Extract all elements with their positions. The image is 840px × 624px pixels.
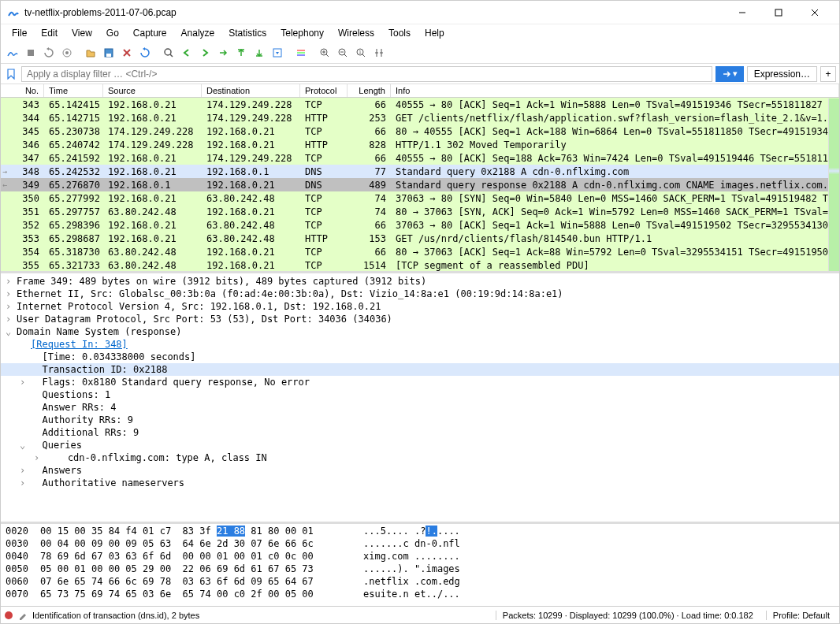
packet-bytes-pane[interactable]: 002000 15 00 35 84 f4 01 c7 83 3f 21 88 …: [1, 524, 839, 606]
packet-row[interactable]: 34565.230738174.129.249.228192.168.0.21T…: [1, 124, 839, 138]
detail-line[interactable]: › Flags: 0x8180 Standard query response,…: [1, 376, 839, 388]
resize-columns-button[interactable]: [370, 44, 388, 61]
detail-line[interactable]: Answer RRs: 4: [1, 401, 839, 414]
svg-text:1: 1: [359, 50, 362, 54]
go-forward-button[interactable]: [196, 44, 214, 61]
reload-button[interactable]: [136, 44, 154, 61]
zoom-in-button[interactable]: [316, 44, 333, 61]
svg-line-22: [326, 54, 329, 57]
open-file-button[interactable]: [82, 44, 99, 61]
menu-analyze[interactable]: Analyze: [175, 26, 221, 40]
detail-line[interactable]: ›Ethernet II, Src: Globalsc_00:3b:0a (f0…: [1, 288, 839, 300]
packet-row[interactable]: 35565.32173363.80.242.48192.168.0.21TCP1…: [1, 258, 839, 272]
menu-telephony[interactable]: Telephony: [274, 26, 330, 40]
packet-list-header[interactable]: No. Time Source Destination Protocol Len…: [1, 84, 839, 98]
colorize-button[interactable]: [292, 44, 310, 61]
hex-line[interactable]: 003000 04 00 09 00 09 05 63 64 6e 2d 30 …: [6, 538, 834, 551]
column-time[interactable]: Time: [44, 84, 103, 97]
packet-list-pane[interactable]: No. Time Source Destination Protocol Len…: [1, 84, 839, 273]
menu-file[interactable]: File: [6, 26, 33, 40]
svg-rect-17: [297, 52, 305, 54]
stop-capture-button[interactable]: [22, 44, 39, 61]
detail-line[interactable]: ›Internet Protocol Version 4, Src: 192.1…: [1, 300, 839, 313]
packet-row[interactable]: ←34965.276870192.168.0.1192.168.0.21DNS4…: [1, 178, 839, 191]
menu-wireless[interactable]: Wireless: [332, 26, 381, 40]
column-source[interactable]: Source: [103, 84, 202, 97]
packet-row[interactable]: 34765.241592192.168.0.21174.129.249.228T…: [1, 151, 839, 165]
svg-point-31: [5, 611, 13, 619]
edit-capture-icon[interactable]: [18, 611, 28, 620]
detail-line[interactable]: Additional RRs: 9: [1, 426, 839, 439]
hex-line[interactable]: 004078 69 6d 67 03 63 6f 6d 00 00 01 00 …: [6, 551, 834, 563]
expert-info-icon[interactable]: [4, 611, 13, 620]
detail-line[interactable]: Transaction ID: 0x2188: [1, 363, 839, 376]
minimize-button[interactable]: [724, 1, 760, 24]
packet-row[interactable]: 34465.142715192.168.0.21174.129.249.228H…: [1, 111, 839, 124]
go-to-packet-button[interactable]: [214, 44, 232, 61]
menu-go[interactable]: Go: [100, 26, 125, 40]
packet-row[interactable]: 35065.277992192.168.0.2163.80.242.48TCP7…: [1, 191, 839, 205]
hex-line[interactable]: 002000 15 00 35 84 f4 01 c7 83 3f 21 88 …: [6, 526, 834, 538]
status-profile-text[interactable]: Profile: Default: [766, 611, 836, 620]
close-file-button[interactable]: [118, 44, 136, 61]
menu-statistics[interactable]: Statistics: [222, 26, 273, 40]
detail-line[interactable]: ⌄ Queries: [1, 439, 839, 451]
auto-scroll-button[interactable]: [269, 44, 286, 61]
display-filter-input[interactable]: [21, 66, 712, 82]
packet-row[interactable]: →34865.242532192.168.0.21192.168.0.1DNS7…: [1, 165, 839, 178]
packet-row[interactable]: 35265.298396192.168.0.2163.80.242.48TCP6…: [1, 218, 839, 232]
find-packet-button[interactable]: [160, 44, 177, 61]
menu-tools[interactable]: Tools: [382, 26, 417, 40]
column-info[interactable]: Info: [391, 84, 839, 97]
detail-line[interactable]: ⌄Domain Name System (response): [1, 325, 839, 338]
zoom-out-button[interactable]: [334, 44, 351, 61]
zoom-reset-button[interactable]: 1: [352, 44, 370, 61]
column-protocol[interactable]: Protocol: [300, 84, 348, 97]
detail-line[interactable]: [Request In: 348]: [1, 338, 839, 351]
detail-line[interactable]: Questions: 1: [1, 388, 839, 401]
svg-point-6: [65, 51, 69, 54]
menu-view[interactable]: View: [65, 26, 98, 40]
svg-line-25: [344, 54, 347, 57]
packet-row[interactable]: 34365.142415192.168.0.21174.129.249.228T…: [1, 98, 839, 111]
go-first-button[interactable]: [232, 44, 250, 61]
packet-details-pane[interactable]: ›Frame 349: 489 bytes on wire (3912 bits…: [1, 273, 839, 524]
packet-row[interactable]: 34665.240742174.129.249.228192.168.0.21H…: [1, 138, 839, 151]
detail-line[interactable]: › cdn-0.nflximg.com: type A, class IN: [1, 451, 839, 464]
detail-line[interactable]: [Time: 0.034338000 seconds]: [1, 351, 839, 363]
restart-capture-button[interactable]: [40, 44, 58, 61]
save-file-button[interactable]: [100, 44, 117, 61]
status-packets-text: Packets: 10299 · Displayed: 10299 (100.0…: [496, 611, 760, 620]
hex-line[interactable]: 005005 00 01 00 00 05 29 00 22 06 69 6d …: [6, 563, 834, 576]
column-length[interactable]: Length: [348, 84, 391, 97]
status-field-text: Identification of transaction (dns.id), …: [32, 611, 199, 620]
filter-add-button[interactable]: +: [820, 66, 836, 82]
column-destination[interactable]: Destination: [202, 84, 300, 97]
go-last-button[interactable]: [251, 44, 268, 61]
filter-bookmark-icon[interactable]: [4, 67, 18, 81]
filter-expression-button[interactable]: Expression…: [747, 66, 817, 82]
menu-help[interactable]: Help: [418, 26, 451, 40]
close-button[interactable]: [797, 1, 833, 24]
go-back-button[interactable]: [178, 44, 195, 61]
detail-line[interactable]: › Authoritative nameservers: [1, 477, 839, 489]
wireshark-logo-icon[interactable]: [4, 44, 21, 61]
menu-capture[interactable]: Capture: [127, 26, 173, 40]
detail-line[interactable]: ›User Datagram Protocol, Src Port: 53 (5…: [1, 313, 839, 325]
hex-line[interactable]: 006007 6e 65 74 66 6c 69 78 03 63 6f 6d …: [6, 576, 834, 589]
maximize-button[interactable]: [760, 1, 797, 24]
packet-row[interactable]: 35165.29775763.80.242.48192.168.0.21TCP7…: [1, 205, 839, 218]
capture-options-button[interactable]: [58, 44, 76, 61]
detail-line[interactable]: › Answers: [1, 464, 839, 477]
hex-line[interactable]: 007065 73 75 69 74 65 03 6e 65 74 00 c0 …: [6, 589, 834, 601]
column-no[interactable]: No.: [1, 84, 44, 97]
packet-minimap[interactable]: [828, 98, 839, 271]
detail-line[interactable]: Authority RRs: 9: [1, 414, 839, 426]
toolbar: 1: [1, 42, 839, 64]
menu-edit[interactable]: Edit: [35, 26, 64, 40]
packet-row[interactable]: 35465.31873063.80.242.48192.168.0.21TCP6…: [1, 245, 839, 258]
titlebar: tv-netflix-problems-2011-07-06.pcap: [1, 1, 839, 24]
detail-line[interactable]: ›Frame 349: 489 bytes on wire (3912 bits…: [1, 275, 839, 288]
packet-row[interactable]: 35365.298687192.168.0.2163.80.242.48HTTP…: [1, 232, 839, 245]
filter-apply-button[interactable]: ▾: [715, 66, 744, 82]
